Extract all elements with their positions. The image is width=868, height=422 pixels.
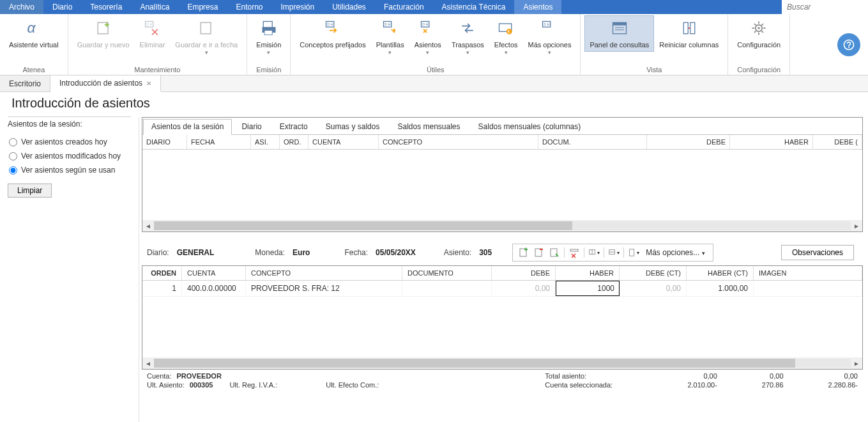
menu-analitica[interactable]: Analítica: [131, 0, 178, 14]
eliminar-button[interactable]: D H Eliminar: [135, 15, 171, 52]
group-vista-label: Vista: [584, 65, 724, 75]
close-icon[interactable]: ✕: [146, 80, 151, 87]
ecol-orden[interactable]: ORDEN: [142, 266, 182, 280]
scroll-left-icon[interactable]: ◄: [142, 223, 154, 230]
insert-row-icon[interactable]: [549, 247, 560, 258]
help-button[interactable]: [837, 33, 860, 56]
col-cuenta[interactable]: CUENTA: [308, 135, 379, 149]
menu-facturacion[interactable]: Facturación: [375, 0, 433, 14]
entry-grid-body[interactable]: 1 400.0.0.00000 PROVEEDOR S. FRA: 12 0,0…: [142, 281, 862, 357]
session-grid-body[interactable]: [142, 150, 862, 220]
ecol-haber-ct[interactable]: HABER (CT): [687, 266, 754, 280]
tab-introduccion-asientos[interactable]: Introducción de asientos✕: [50, 75, 161, 92]
inner-tab-saldos[interactable]: Saldos mensuales: [389, 119, 468, 134]
asientos-label: Asientos: [415, 41, 441, 49]
cell-debe-ct[interactable]: 0,00: [620, 281, 687, 296]
col-asi[interactable]: ASI.: [251, 135, 280, 149]
delete-row-icon[interactable]: [533, 247, 545, 258]
doc-opts-icon[interactable]: ▾: [628, 247, 639, 258]
radio-modificados-hoy[interactable]: Ver asientos modificados hoy: [8, 149, 131, 163]
conceptos-button[interactable]: D H Conceptos prefijados: [294, 15, 370, 52]
svg-rect-11: [264, 31, 272, 35]
radio-creados-hoy[interactable]: Ver asientos creados hoy: [8, 135, 131, 149]
cell-cuenta[interactable]: 400.0.0.00000: [182, 281, 246, 296]
inner-tab-saldos-col[interactable]: Saldos mensuales (columnas): [470, 119, 590, 134]
ecol-documento[interactable]: DOCUMENTO: [402, 266, 492, 280]
eliminar-label: Eliminar: [140, 41, 165, 49]
scroll-right-icon[interactable]: ►: [851, 223, 862, 230]
cell-debe[interactable]: 0,00: [492, 281, 556, 296]
tab-introduccion-label: Introducción de asientos: [59, 79, 142, 88]
menu-utilidades[interactable]: Utilidades: [323, 0, 375, 14]
inner-tab-sumas[interactable]: Sumas y saldos: [317, 119, 388, 134]
ecol-debe-ct[interactable]: DEBE (CT): [620, 266, 687, 280]
table-row[interactable]: 1 400.0.0.00000 PROVEEDOR S. FRA: 12 0,0…: [142, 281, 862, 297]
session-grid-scrollbar[interactable]: ◄ ►: [142, 220, 862, 231]
emision-button[interactable]: Emisión▾: [251, 15, 286, 59]
guardar-fecha-button[interactable]: Guardar e ir a fecha▾: [170, 15, 243, 59]
svg-rect-45: [570, 249, 578, 251]
asistente-virtual-button[interactable]: α Asistente virtual: [4, 15, 64, 52]
document-tabs: Escritorio Introducción de asientos✕: [0, 75, 868, 92]
save-new-icon: [93, 18, 114, 38]
menu-asistencia[interactable]: Asistencia Técnica: [433, 0, 515, 14]
radio-segun-usan[interactable]: Ver asientos según se usan: [8, 163, 131, 177]
ecol-imagen[interactable]: IMAGEN: [754, 266, 862, 280]
observaciones-button[interactable]: Observaciones: [781, 245, 854, 260]
reiniciar-columnas-label: Reiniciar columnas: [659, 41, 719, 49]
cell-haber[interactable]: 1000: [556, 281, 620, 296]
mas-opciones-dropdown[interactable]: Más opciones... ▾: [643, 248, 707, 257]
traspasos-button[interactable]: Traspasos▾: [446, 15, 489, 59]
guardar-nuevo-button[interactable]: Guardar y nuevo: [72, 15, 135, 52]
templates-icon: D H: [380, 18, 400, 38]
cell-haber-ct[interactable]: 1.000,00: [687, 281, 754, 296]
efectos-button[interactable]: € Efectos▾: [489, 15, 523, 59]
svg-rect-8: [201, 22, 211, 34]
asientos-btn[interactable]: D H Asientos▾: [409, 15, 446, 59]
panel-consultas-button[interactable]: Panel de consultas: [584, 15, 654, 52]
scroll-left-icon[interactable]: ◄: [142, 360, 154, 367]
ecol-haber[interactable]: HABER: [556, 266, 620, 280]
reiniciar-columnas-button[interactable]: Reiniciar columnas: [654, 15, 724, 52]
inner-tab-sesion[interactable]: Asientos de la sesión: [143, 119, 232, 135]
cell-documento[interactable]: [402, 281, 492, 296]
search-input[interactable]: [782, 0, 868, 14]
col-diario[interactable]: DIARIO: [142, 135, 187, 149]
menu-entorno[interactable]: Entorno: [227, 0, 271, 14]
limpiar-button[interactable]: Limpiar: [8, 184, 52, 198]
remove-row-icon[interactable]: [568, 247, 580, 258]
ecol-concepto[interactable]: CONCEPTO: [246, 266, 402, 280]
col-ord[interactable]: ORD.: [280, 135, 308, 149]
svg-text:D H: D H: [327, 22, 333, 26]
entry-grid-scrollbar[interactable]: ◄ ►: [142, 357, 862, 369]
cell-orden[interactable]: 1: [142, 281, 182, 296]
effects-icon: €: [496, 18, 516, 38]
grid-opts2-icon[interactable]: ▾: [608, 247, 620, 258]
new-row-icon[interactable]: [518, 247, 529, 258]
plantillas-button[interactable]: D H Plantillas▾: [371, 15, 409, 59]
inner-tab-diario[interactable]: Diario: [233, 119, 270, 134]
menu-diario[interactable]: Diario: [43, 0, 81, 14]
grid-opts1-icon[interactable]: ▾: [588, 247, 600, 258]
ecol-cuenta[interactable]: CUENTA: [182, 266, 246, 280]
cell-concepto[interactable]: PROVEEDOR S. FRA: 12: [246, 281, 402, 296]
col-debe[interactable]: DEBE: [647, 135, 730, 149]
col-concepto[interactable]: CONCEPTO: [379, 135, 538, 149]
moneda-label: Moneda:: [255, 248, 285, 257]
inner-tab-extracto[interactable]: Extracto: [271, 119, 316, 134]
col-debe2[interactable]: DEBE (: [813, 135, 862, 149]
ecol-debe[interactable]: DEBE: [492, 266, 556, 280]
col-haber[interactable]: HABER: [730, 135, 813, 149]
tab-escritorio[interactable]: Escritorio: [0, 75, 50, 91]
configuracion-button[interactable]: Configuración: [732, 15, 786, 52]
menu-tesoreria[interactable]: Tesorería: [81, 0, 131, 14]
menu-empresa[interactable]: Empresa: [178, 0, 227, 14]
col-docum[interactable]: DOCUM.: [538, 135, 647, 149]
menu-asientos[interactable]: Asientos: [514, 0, 561, 14]
scroll-right-icon[interactable]: ►: [851, 360, 862, 367]
mas-opciones-button[interactable]: D H Más opciones▾: [523, 15, 577, 59]
col-fecha[interactable]: FECHA: [187, 135, 251, 149]
menu-archivo[interactable]: Archivo: [0, 0, 43, 14]
menu-impresion[interactable]: Impresión: [271, 0, 323, 14]
cell-imagen[interactable]: [754, 281, 862, 296]
